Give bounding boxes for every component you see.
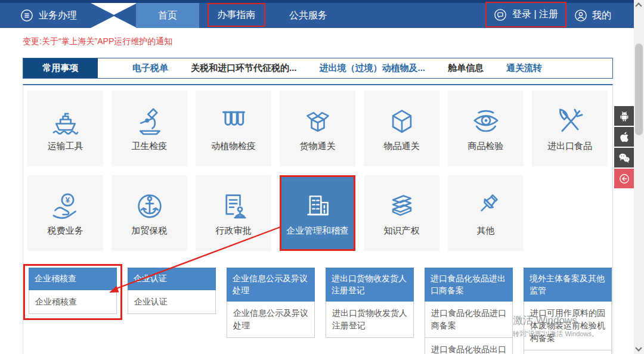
tile-transport[interactable]: 运输工具 bbox=[27, 91, 103, 166]
category-tab-manifest[interactable]: 舱单信息 bbox=[448, 63, 484, 74]
tile-commodity-inspection[interactable]: 商品检验 bbox=[448, 91, 524, 166]
scroll-down-arrow[interactable] bbox=[635, 344, 642, 351]
tab-public-service[interactable]: 公共服务 bbox=[275, 3, 341, 28]
test-tubes-icon bbox=[217, 105, 250, 138]
tile-animal-plant-quarantine[interactable]: 动植物检疫 bbox=[196, 91, 271, 166]
hamburger-menu-icon bbox=[20, 9, 33, 22]
scrollbar-thumb[interactable] bbox=[635, 44, 643, 135]
ship-icon bbox=[49, 105, 82, 138]
tile-label: 其他 bbox=[477, 225, 495, 237]
open-box-icon bbox=[301, 105, 335, 138]
login-register-button[interactable]: 登录 | 注册 bbox=[485, 2, 566, 27]
subcategory-columns: 企业稽核查 企业稽核查 企业认证 企业认证 企业信息公示及异议处理 企业信息公示… bbox=[27, 260, 608, 354]
list-item[interactable]: 进口食品化妆品进口商备案 bbox=[425, 302, 513, 338]
chat-bubble-icon bbox=[494, 8, 507, 21]
list-item[interactable]: 进口棉花境外供货企业 bbox=[524, 350, 612, 354]
android-app-button[interactable] bbox=[614, 106, 634, 126]
books-icon bbox=[385, 190, 419, 223]
tile-label: 商品检验 bbox=[468, 141, 504, 152]
category-tab-clearance-flow[interactable]: 通关流转 bbox=[506, 63, 542, 74]
microscope-icon bbox=[133, 105, 166, 138]
tile-health-quarantine[interactable]: 卫生检疫 bbox=[112, 91, 187, 166]
apple-icon bbox=[618, 131, 631, 144]
side-app-buttons bbox=[614, 106, 634, 190]
tile-label: 知识产权 bbox=[384, 225, 420, 237]
column-info-disclosure: 企业信息公示及异议处理 企业信息公示及异议处理 bbox=[227, 268, 315, 338]
back-arrow-icon bbox=[618, 172, 631, 185]
person-icon bbox=[574, 9, 587, 22]
tile-enterprise-management[interactable]: 企业管理和稽查 bbox=[280, 175, 355, 251]
bowtie-decoration bbox=[91, 3, 137, 28]
tab-guide-label: 办事指南 bbox=[218, 9, 256, 21]
tile-label: 卫生检疫 bbox=[132, 141, 168, 152]
category-tab-bar: 常用事项 电子税单 关税和进口环节代征税的... 进出境（过境）动植物及... … bbox=[23, 58, 613, 79]
column-header[interactable]: 进口食品化妆品进出口商备案 bbox=[425, 268, 513, 302]
tab-guide[interactable]: 办事指南 bbox=[208, 3, 265, 27]
column-enterprise-audit: 企业稽核查 企业稽核查 bbox=[29, 268, 117, 314]
business-menu-label: 业务办理 bbox=[39, 10, 77, 22]
column-overseas-entity-filing: 境外主体备案及其他监管 进口可用作原料的固体废物装运前检验机构备案 进口棉花境外… bbox=[524, 268, 612, 354]
content-panel: 运输工具 卫生检疫 动植物检疫 bbox=[23, 84, 613, 354]
tile-label: 物品通关 bbox=[384, 141, 420, 152]
category-tab-etax[interactable]: 电子税单 bbox=[132, 63, 168, 74]
vertical-scrollbar[interactable] bbox=[634, 0, 644, 354]
tile-label: 行政审批 bbox=[216, 225, 252, 237]
tile-label: 加贸保税 bbox=[132, 225, 168, 237]
cube-icon bbox=[385, 105, 419, 138]
tab-home-label: 首页 bbox=[158, 10, 177, 22]
list-item[interactable]: 进口食品化妆品出口商、代理商备案 bbox=[425, 338, 513, 354]
column-header[interactable]: 进出口货物收发货人注册登记 bbox=[326, 268, 414, 302]
tile-administrative-approval[interactable]: 行政审批 bbox=[196, 175, 271, 251]
tile-label: 货物通关 bbox=[300, 141, 336, 152]
list-item[interactable]: 企业认证 bbox=[128, 290, 216, 314]
tab-home[interactable]: 首页 bbox=[136, 3, 199, 28]
hand-coin-icon: ¥ bbox=[49, 190, 82, 223]
tile-label: 税费业务 bbox=[48, 225, 83, 237]
apple-app-button[interactable] bbox=[614, 127, 634, 147]
my-account-button[interactable]: 我的 bbox=[574, 3, 611, 28]
svg-text:¥: ¥ bbox=[65, 195, 70, 204]
tile-label: 企业管理和稽查 bbox=[286, 225, 349, 237]
tile-tax-business[interactable]: ¥ 税费业务 bbox=[27, 175, 103, 251]
column-header[interactable]: 境外主体备案及其他监管 bbox=[524, 268, 612, 302]
pushpin-icon bbox=[469, 190, 503, 223]
tile-processing-bonded[interactable]: 加贸保税 bbox=[112, 175, 187, 251]
tile-intellectual-property[interactable]: 知识产权 bbox=[364, 175, 439, 251]
wechat-app-button[interactable] bbox=[614, 148, 634, 167]
wechat-icon bbox=[618, 151, 631, 164]
category-tab-tariff[interactable]: 关税和进口环节代征税的... bbox=[191, 63, 297, 74]
doc-stamp-icon bbox=[217, 190, 250, 223]
tab-public-service-label: 公共服务 bbox=[289, 10, 327, 22]
page: 业务办理 首页 办事指南 公共服务 登录 | 注册 我的 变更:关于“掌上海关 bbox=[0, 0, 644, 354]
tile-item-clearance[interactable]: 物品通关 bbox=[364, 91, 439, 166]
category-tab-common[interactable]: 常用事项 bbox=[23, 58, 98, 78]
utensils-icon bbox=[553, 105, 587, 138]
list-item[interactable]: 企业信息公示及异议处理 bbox=[227, 302, 315, 338]
column-food-cosmetics-filing: 进口食品化妆品进出口商备案 进口食品化妆品进口商备案 进口食品化妆品出口商、代理… bbox=[425, 268, 513, 354]
tile-cargo-clearance[interactable]: 货物通关 bbox=[280, 91, 355, 166]
column-header[interactable]: 企业信息公示及异议处理 bbox=[227, 268, 315, 302]
tile-label: 进出口食品 bbox=[547, 141, 592, 152]
android-icon bbox=[618, 110, 631, 123]
top-navigation-bar: 业务办理 首页 办事指南 公共服务 登录 | 注册 我的 bbox=[0, 0, 634, 28]
eye-icon bbox=[469, 105, 503, 138]
back-button[interactable] bbox=[614, 169, 634, 188]
column-header[interactable]: 企业稽核查 bbox=[29, 268, 117, 290]
tile-import-export-food[interactable]: 进出口食品 bbox=[532, 91, 608, 166]
list-item[interactable]: 企业稽核查 bbox=[29, 290, 117, 314]
column-header[interactable]: 企业认证 bbox=[128, 268, 216, 290]
list-item[interactable]: 进出口货物收发货人注册登记 bbox=[326, 302, 414, 338]
tile-row-1: 运输工具 卫生检疫 动植物检疫 bbox=[27, 91, 608, 166]
tile-label: 动植物检疫 bbox=[211, 141, 256, 152]
tile-row-2: ¥ 税费业务 加贸保税 行政审批 bbox=[27, 175, 608, 251]
login-register-label: 登录 | 注册 bbox=[512, 8, 558, 21]
category-tab-animal-plant[interactable]: 进出境（过境）动植物及... bbox=[320, 63, 426, 74]
notice-link[interactable]: 变更:关于“掌上海关”APP运行维护的通知 bbox=[23, 36, 172, 47]
scroll-up-arrow[interactable] bbox=[635, 2, 642, 9]
list-item[interactable]: 进口可用作原料的固体废物装运前检验机构备案 bbox=[524, 302, 612, 350]
column-consignee-registration: 进出口货物收发货人注册登记 进出口货物收发货人注册登记 bbox=[326, 268, 414, 338]
buildings-icon bbox=[301, 190, 335, 223]
tile-other[interactable]: 其他 bbox=[448, 175, 524, 251]
business-menu[interactable]: 业务办理 bbox=[20, 3, 77, 28]
column-enterprise-certification: 企业认证 企业认证 bbox=[128, 268, 216, 314]
